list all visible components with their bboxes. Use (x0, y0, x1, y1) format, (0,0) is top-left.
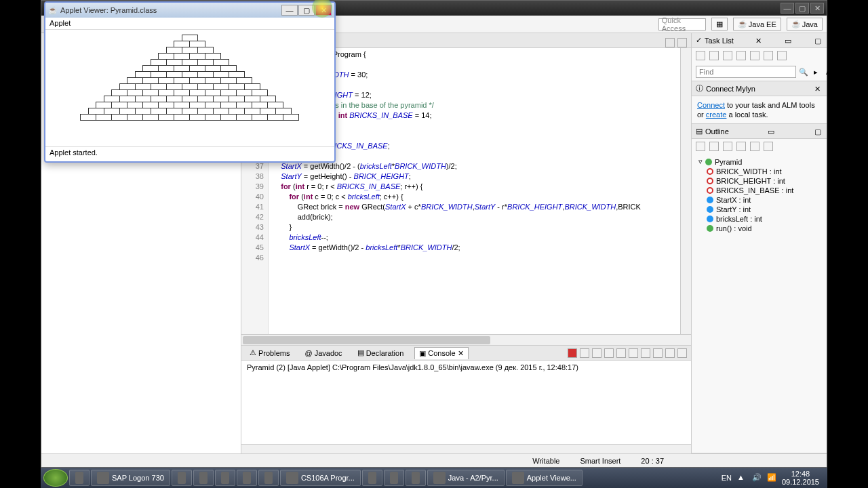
taskbar-item[interactable]: Java - A2/Pyr... (427, 470, 505, 486)
editor-hscrollbar[interactable] (241, 334, 691, 345)
outline-title: Outline (705, 127, 729, 136)
hide-fields-icon[interactable] (709, 142, 719, 151)
hide-icon[interactable] (777, 51, 787, 60)
outline-member[interactable]: StartX : int (696, 195, 823, 205)
close-button[interactable]: ✕ (810, 3, 824, 14)
console-max-icon[interactable] (677, 348, 687, 358)
outline-max-icon[interactable]: ▢ (814, 127, 823, 136)
console-min-icon[interactable] (665, 348, 675, 358)
tray-flag-icon[interactable]: ▲ (737, 473, 747, 483)
mylyn-header: ⓘConnect Mylyn ✕ (692, 81, 827, 96)
remove-launch-icon[interactable] (580, 348, 589, 358)
outline-class[interactable]: ▿ Pyramid (696, 157, 823, 167)
applet-close-button[interactable]: ✕ (315, 5, 332, 16)
maximize-button[interactable]: ▢ (795, 3, 809, 14)
taskbar-item[interactable] (215, 470, 235, 486)
hide-nonpublic-icon[interactable] (736, 142, 746, 151)
minimize-button[interactable]: — (781, 3, 794, 14)
mylyn-create-link[interactable]: create (706, 110, 727, 119)
status-insert: Smart Insert (580, 457, 620, 465)
find-input[interactable] (696, 66, 796, 78)
start-button[interactable] (43, 469, 68, 487)
pin-console-icon[interactable] (629, 348, 638, 358)
outline-member[interactable]: BRICK_HEIGHT : int (696, 176, 823, 186)
tab-problems[interactable]: ⚠ Problems (245, 347, 294, 359)
status-writable: Writable (532, 457, 559, 465)
applet-minimize-button[interactable]: — (281, 5, 298, 16)
taskbar-item[interactable] (193, 470, 214, 486)
tasklist-header: ✓Task List ✕ ▭ ▢ (692, 33, 827, 48)
status-bar: Writable Smart Insert 20 : 37 (41, 453, 827, 467)
taskbar-item[interactable]: SAP Logon 730 (91, 470, 170, 486)
open-console-icon[interactable] (653, 348, 663, 358)
console-output: Pyramid (2) [Java Applet] C:\Program Fil… (241, 361, 691, 444)
hide-static-icon[interactable] (723, 142, 732, 151)
taskbar-item[interactable] (384, 470, 404, 486)
find-next-button[interactable]: ▸ (840, 68, 849, 77)
outline-member[interactable]: run() : void (696, 224, 823, 233)
find-all-button[interactable]: All (823, 68, 837, 76)
new-task-icon[interactable] (696, 51, 705, 60)
filter-icon[interactable] (764, 51, 773, 60)
tab-declaration[interactable]: ▤ Declaration (353, 347, 408, 359)
quick-access-input[interactable]: Quick Access (658, 18, 706, 30)
mylyn-connect-link[interactable]: Connect (697, 101, 725, 109)
tray-volume-icon[interactable]: 📶 (767, 473, 776, 483)
applet-titlebar[interactable]: ☕ Applet Viewer: Pyramid.class — ▢ ✕ (45, 3, 334, 18)
lang-indicator[interactable]: EN (722, 474, 732, 482)
open-perspective-button[interactable]: ▦ (711, 18, 728, 30)
perspective-java-ee[interactable]: ☕Java EE (733, 18, 781, 30)
outline-member[interactable]: BRICKS_IN_BASE : int (696, 186, 823, 195)
focus-icon[interactable] (723, 51, 732, 60)
taskbar-item[interactable]: CS106A Progr... (280, 470, 361, 486)
editor-minimize-icon[interactable] (665, 38, 675, 47)
clear-console-icon[interactable] (604, 348, 614, 358)
display-console-icon[interactable] (641, 348, 650, 358)
tab-javadoc[interactable]: @ Javadoc (300, 348, 346, 359)
taskbar-item[interactable] (172, 470, 192, 486)
scroll-lock-icon[interactable] (616, 348, 626, 358)
tasklist-min-icon[interactable]: ▭ (785, 37, 793, 45)
tasklist-max-icon[interactable]: ▢ (814, 37, 823, 45)
hide-local-icon[interactable] (750, 142, 760, 151)
taskbar-item[interactable] (362, 470, 382, 486)
mylyn-close-icon[interactable]: ✕ (814, 85, 823, 93)
mylyn-title: Connect Mylyn (706, 85, 755, 93)
applet-maximize-button[interactable]: ▢ (298, 5, 315, 16)
tray-network-icon[interactable]: 🔊 (752, 473, 762, 483)
sort-icon[interactable] (696, 142, 705, 151)
outline-member[interactable]: StartY : int (696, 205, 823, 214)
mylyn-body: Connect to your task and ALM tools or cr… (692, 96, 827, 123)
categorized-icon[interactable] (709, 51, 719, 60)
activate-button[interactable]: Activate... (852, 68, 868, 76)
outline-member[interactable]: bricksLeft : int (696, 214, 823, 224)
taskbar-item[interactable] (406, 470, 426, 486)
bottom-tab-bar: ⚠ Problems @ Javadoc ▤ Declaration ▣ Con… (241, 346, 691, 361)
clock[interactable]: 12:48 09.12.2015 (782, 470, 819, 486)
applet-menu[interactable]: Applet (45, 18, 334, 30)
collapse-icon[interactable] (736, 51, 746, 60)
perspective-java[interactable]: ☕Java (787, 18, 823, 30)
applet-window: ☕ Applet Viewer: Pyramid.class — ▢ ✕ App… (44, 1, 336, 163)
editor-maximize-icon[interactable] (677, 38, 687, 47)
taskbar-item[interactable] (237, 470, 257, 486)
tab-console[interactable]: ▣ Console ✕ (414, 347, 468, 359)
remove-all-icon[interactable] (592, 348, 601, 358)
applet-title: Applet Viewer: Pyramid.class (60, 6, 279, 14)
terminate-icon[interactable] (568, 348, 577, 358)
console-hscrollbar[interactable] (241, 444, 691, 453)
editor-vscrollbar[interactable] (680, 48, 691, 334)
tasklist-close-icon[interactable]: ✕ (755, 37, 764, 45)
taskbar-item[interactable] (69, 470, 90, 486)
outline-header: ▤Outline ▭ ▢ (692, 124, 827, 139)
sync-icon[interactable] (750, 51, 760, 60)
status-position: 20 : 37 (641, 457, 664, 465)
find-prev-button[interactable]: ▸ (811, 68, 821, 77)
tasklist-title: Task List (705, 37, 734, 45)
outline-min-icon[interactable]: ▭ (768, 127, 776, 136)
applet-status: Applet started. (45, 146, 334, 159)
focus-outline-icon[interactable] (764, 142, 773, 151)
outline-member[interactable]: BRICK_WIDTH : int (696, 167, 823, 176)
taskbar-item[interactable] (258, 470, 279, 486)
taskbar-item[interactable]: Applet Viewe... (506, 470, 583, 486)
